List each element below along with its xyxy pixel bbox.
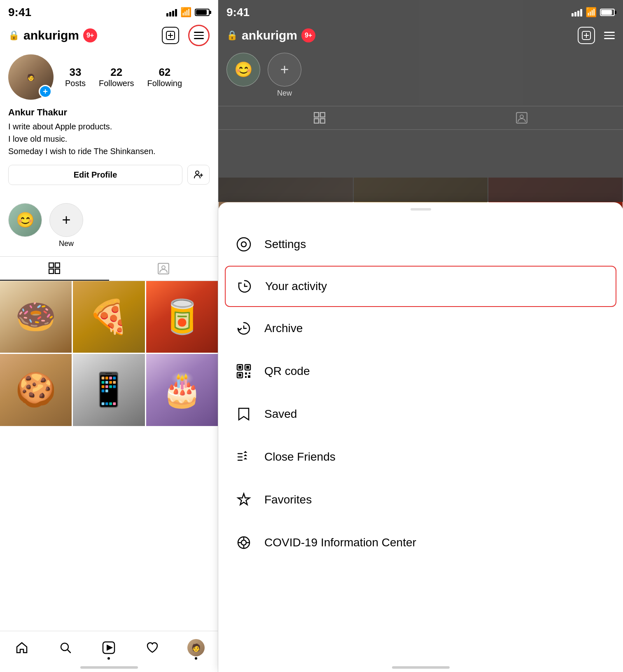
header-right-group [162,25,210,46]
right-highlight-circle-0: 😊 [226,53,260,87]
svg-point-26 [241,242,246,247]
home-indicator-left [80,666,138,669]
home-indicator-right [392,666,450,669]
highlight-new[interactable]: + New [49,203,83,248]
saved-label: Saved [264,407,297,421]
left-panel: 9:41 📶 🔒 ankurigm 9+ [0,0,218,672]
svg-marker-49 [238,494,250,505]
add-post-button[interactable] [162,27,179,44]
settings-icon [233,234,254,255]
svg-rect-42 [248,375,250,378]
menu-item-covid[interactable]: COVID-19 Information Center [218,521,623,564]
grid-item-3[interactable] [0,354,72,426]
followers-stat[interactable]: 22 Followers [99,66,134,88]
following-count: 62 [147,66,182,79]
status-icons-left: 📶 [166,7,210,18]
add-post-button-right[interactable] [578,27,595,44]
heart-icon [146,641,159,654]
right-highlight-new[interactable]: + New [268,53,301,98]
grid-item-4[interactable] [73,354,145,426]
nav-home[interactable] [12,637,32,658]
close-friends-icon [233,446,254,468]
signal-icon [166,8,177,16]
svg-rect-19 [314,112,319,117]
grid-item-2[interactable] [146,281,218,353]
notification-badge-left[interactable]: 9+ [83,28,97,42]
home-icon [15,641,28,654]
profile-name: Ankur Thakur [8,107,210,118]
battery-icon [195,9,210,16]
nav-search[interactable] [55,637,76,658]
nav-profile[interactable]: 🧑 [186,637,206,658]
lock-icon: 🔒 [8,30,19,41]
right-highlights-row: 😊 + New [218,49,623,102]
profile-section: 🧑 + 33 Posts 22 Followers 62 Following [0,49,218,199]
right-panel: 9:41 📶 🔒 ankurigm 9+ [218,0,623,672]
svg-rect-34 [238,366,241,369]
your-activity-label: Your activity [265,280,327,293]
status-bar-right: 9:41 📶 [218,0,623,22]
grid-item-1[interactable] [73,281,145,353]
header-right-left: 🔒 ankurigm 9+ [226,28,315,42]
grid-item-0[interactable] [0,281,72,353]
followers-count: 22 [99,66,134,79]
grid-item-5[interactable] [146,354,218,426]
qr-label: QR code [264,365,310,378]
svg-rect-6 [49,263,54,267]
svg-marker-46 [245,452,246,452]
header-right: 🔒 ankurigm 9+ [218,22,623,49]
bio-line-2: I love old music. [8,134,67,143]
right-highlight-item-0[interactable]: 😊 [226,53,260,98]
svg-line-13 [68,650,70,653]
right-tab-grid[interactable] [218,106,421,129]
right-grid-icon [314,112,325,124]
nav-reels[interactable] [98,637,119,658]
svg-rect-36 [246,366,249,369]
svg-rect-7 [55,263,60,267]
username-left: ankurigm [23,28,79,42]
menu-item-close-friends[interactable]: Close Friends [218,436,623,478]
add-person-button[interactable] [187,165,210,185]
bio-line-1: I write about Apple products. [8,122,112,131]
close-friends-label: Close Friends [264,450,336,464]
person-tag-icon [158,263,169,274]
menu-list: Settings Your activity [218,211,623,564]
following-stat[interactable]: 62 Following [147,66,182,88]
right-tab-tagged[interactable] [421,106,623,129]
menu-item-saved[interactable]: Saved [218,393,623,436]
svg-marker-47 [245,455,246,456]
profile-bio: I write about Apple products. I love old… [8,120,210,157]
covid-label: COVID-19 Information Center [264,536,416,549]
edit-profile-button[interactable]: Edit Profile [8,165,182,185]
add-to-story-button[interactable]: + [39,85,52,98]
header-left: 🔒 ankurigm 9+ [0,22,218,49]
tab-grid[interactable] [0,257,109,281]
followers-label: Followers [99,79,134,88]
highlight-new-label: New [59,239,74,248]
nav-likes[interactable] [142,637,163,658]
svg-point-24 [520,115,523,118]
svg-point-3 [196,171,199,174]
menu-item-your-activity[interactable]: Your activity [225,266,616,307]
tab-tagged[interactable] [109,257,218,281]
header-left-group: 🔒 ankurigm 9+ [8,28,97,42]
settings-label: Settings [264,238,306,251]
svg-rect-9 [55,269,60,274]
menu-item-settings[interactable]: Settings [218,223,623,266]
posts-label: Posts [65,79,86,88]
menu-button-right[interactable] [604,32,615,39]
archive-icon [233,318,254,339]
profile-stats: 33 Posts 22 Followers 62 Following [65,66,182,88]
highlight-item-0[interactable]: 😊 [8,203,42,248]
menu-item-qr-code[interactable]: QR code [218,350,623,393]
grid-icon [49,262,60,274]
svg-marker-15 [107,645,112,650]
search-icon [59,641,72,654]
menu-button-left[interactable] [188,25,210,46]
menu-item-archive[interactable]: Archive [218,307,623,350]
notification-badge-right[interactable]: 9+ [301,28,315,42]
bottom-nav: 🧑 [0,631,218,672]
covid-icon [233,532,254,553]
battery-icon-right [600,9,615,16]
menu-item-favorites[interactable]: Favorites [218,478,623,521]
